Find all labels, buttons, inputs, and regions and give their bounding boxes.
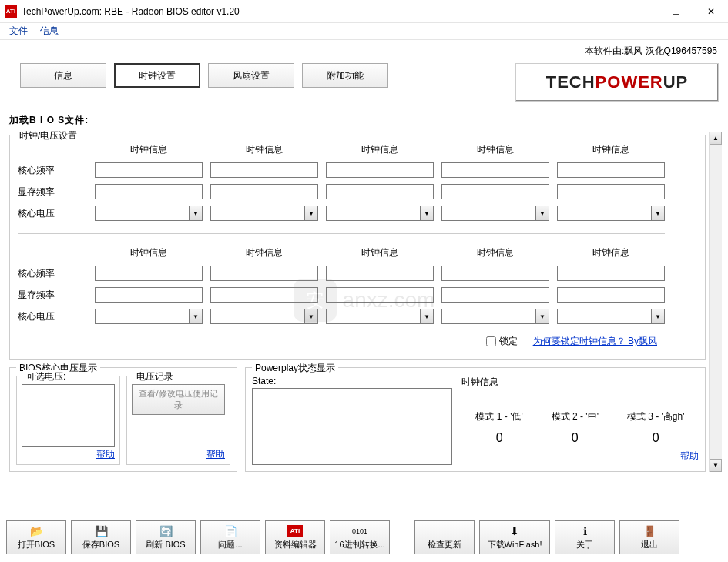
volt-combo-2[interactable]	[210, 206, 305, 221]
row-volt-2: 核心电压	[18, 310, 87, 323]
volt-help-2[interactable]: 帮助	[132, 448, 225, 461]
binary-icon: 0101	[354, 525, 366, 537]
logo-power: POWER	[595, 72, 663, 92]
lock-checkbox[interactable]: 锁定	[486, 335, 518, 348]
exit-button[interactable]: 🚪退出	[619, 520, 679, 554]
chevron-down-icon[interactable]: ▼	[652, 206, 665, 221]
mem-input-1[interactable]	[95, 184, 203, 199]
pp-mode2-label: 模式 2 - '中'	[552, 410, 599, 423]
chevron-down-icon[interactable]: ▼	[536, 309, 549, 324]
col-head-7: 时钟信息	[210, 246, 318, 259]
col-head-4: 时钟信息	[441, 143, 549, 156]
voltage-record-button[interactable]: 查看/修改电压使用记录	[132, 384, 225, 415]
volt-combo-5[interactable]	[557, 206, 652, 221]
volt-help-1[interactable]: 帮助	[22, 448, 115, 461]
volt-combo-10[interactable]	[557, 309, 652, 324]
col-head-8: 时钟信息	[326, 246, 434, 259]
mem-input-3[interactable]	[326, 184, 434, 199]
core-input-3[interactable]	[326, 162, 434, 178]
menu-info[interactable]: 信息	[34, 23, 65, 39]
row-volt-1: 核心电压	[18, 207, 87, 220]
volt-combo-4[interactable]	[441, 206, 536, 221]
chevron-down-icon[interactable]: ▼	[652, 309, 665, 324]
mem-input-2[interactable]	[210, 184, 318, 199]
file-label: 加载B I O S文件:	[9, 114, 722, 127]
check-icon	[438, 525, 451, 537]
core-input-9[interactable]	[441, 266, 549, 281]
core-input-5[interactable]	[557, 162, 665, 178]
volt-combo-6[interactable]	[95, 309, 190, 324]
bios-voltage-group: BIOS核心电压显示 可选电压: 帮助 电压记录 查看/修改电压使用记录 帮助	[9, 367, 237, 472]
row-core-2: 核心频率	[18, 267, 87, 280]
mem-input-4[interactable]	[441, 184, 549, 199]
voltage-listbox[interactable]	[22, 384, 115, 447]
scroll-down-icon[interactable]: ▼	[710, 459, 722, 472]
pp-mode1-label: 模式 1 - '低'	[475, 410, 522, 423]
logo: TECHPOWERUP	[515, 63, 719, 102]
tab-fan[interactable]: 风扇设置	[208, 63, 294, 88]
logo-tech: TECH	[546, 72, 595, 92]
hex-convert-button[interactable]: 010116进制转换...	[330, 520, 390, 554]
chevron-down-icon[interactable]: ▼	[190, 309, 203, 324]
check-update-button[interactable]: 检查更新	[414, 520, 475, 554]
tab-clock[interactable]: 时钟设置	[114, 63, 200, 88]
chevron-down-icon[interactable]: ▼	[536, 206, 549, 221]
pp-mode1-value: 0	[475, 431, 522, 445]
maximize-button[interactable]: ☐	[659, 0, 693, 23]
chevron-down-icon[interactable]: ▼	[305, 206, 318, 221]
volt-combo-3[interactable]	[326, 206, 421, 221]
core-input-1[interactable]	[95, 162, 203, 178]
row-core-1: 核心频率	[18, 164, 87, 177]
flash-bios-button[interactable]: 🔄刷新 BIOS	[136, 520, 196, 554]
close-button[interactable]: ✕	[693, 0, 728, 23]
volt-combo-8[interactable]	[326, 309, 421, 324]
core-input-6[interactable]	[95, 266, 203, 281]
download-icon: ⬇	[508, 525, 521, 537]
exit-icon: 🚪	[643, 525, 656, 537]
vertical-scrollbar[interactable]: ▲ ▼	[709, 132, 722, 472]
pp-mode3-label: 模式 3 - '高gh'	[627, 410, 685, 423]
pp-help[interactable]: 帮助	[461, 450, 699, 463]
open-bios-button[interactable]: 📂打开BIOS	[6, 520, 66, 554]
scroll-up-icon[interactable]: ▲	[710, 132, 722, 145]
data-editor-button[interactable]: ATI资料编辑器	[265, 520, 325, 554]
volt-combo-1[interactable]	[95, 206, 190, 221]
mem-input-7[interactable]	[210, 287, 318, 303]
chevron-down-icon[interactable]: ▼	[190, 206, 203, 221]
chevron-down-icon[interactable]: ▼	[305, 309, 318, 324]
window-title: TechPowerUp.com: RBE - Radeon BIOS edito…	[22, 6, 624, 17]
credit-text: 本软件由:飘风 汉化Q196457595	[585, 45, 717, 58]
issue-button[interactable]: 📄问题...	[200, 520, 260, 554]
mem-input-9[interactable]	[441, 287, 549, 303]
mem-input-10[interactable]	[557, 287, 665, 303]
chevron-down-icon[interactable]: ▼	[421, 309, 434, 324]
titlebar: ATI TechPowerUp.com: RBE - Radeon BIOS e…	[0, 0, 728, 23]
core-input-7[interactable]	[210, 266, 318, 281]
tab-info[interactable]: 信息	[20, 63, 106, 88]
volt-sub1-title: 可选电压:	[23, 370, 69, 383]
volt-combo-9[interactable]	[441, 309, 536, 324]
pp-state-label: State:	[252, 376, 452, 386]
tab-extra[interactable]: 附加功能	[302, 63, 388, 88]
mem-input-6[interactable]	[95, 287, 203, 303]
volt-combo-7[interactable]	[210, 309, 305, 324]
core-input-8[interactable]	[326, 266, 434, 281]
pp-group-title: Powerplay状态显示	[252, 362, 338, 375]
menu-file[interactable]: 文件	[3, 23, 34, 39]
core-input-4[interactable]	[441, 162, 549, 178]
pp-head: 时钟信息	[461, 376, 699, 389]
mem-input-8[interactable]	[326, 287, 434, 303]
core-input-2[interactable]	[210, 162, 318, 178]
core-input-10[interactable]	[557, 266, 665, 281]
download-winflash-button[interactable]: ⬇下载WinFlash!	[479, 520, 550, 554]
col-head-9: 时钟信息	[441, 246, 549, 259]
chevron-down-icon[interactable]: ▼	[421, 206, 434, 221]
col-head-5: 时钟信息	[557, 143, 665, 156]
minimize-button[interactable]: ─	[624, 0, 659, 23]
refresh-icon: 🔄	[159, 525, 172, 537]
save-bios-button[interactable]: 💾保存BIOS	[71, 520, 131, 554]
pp-state-list[interactable]	[252, 388, 452, 465]
lock-help-link[interactable]: 为何要锁定时钟信息？ By飘风	[533, 335, 657, 348]
mem-input-5[interactable]	[557, 184, 665, 199]
about-button[interactable]: ℹ关于	[555, 520, 615, 554]
